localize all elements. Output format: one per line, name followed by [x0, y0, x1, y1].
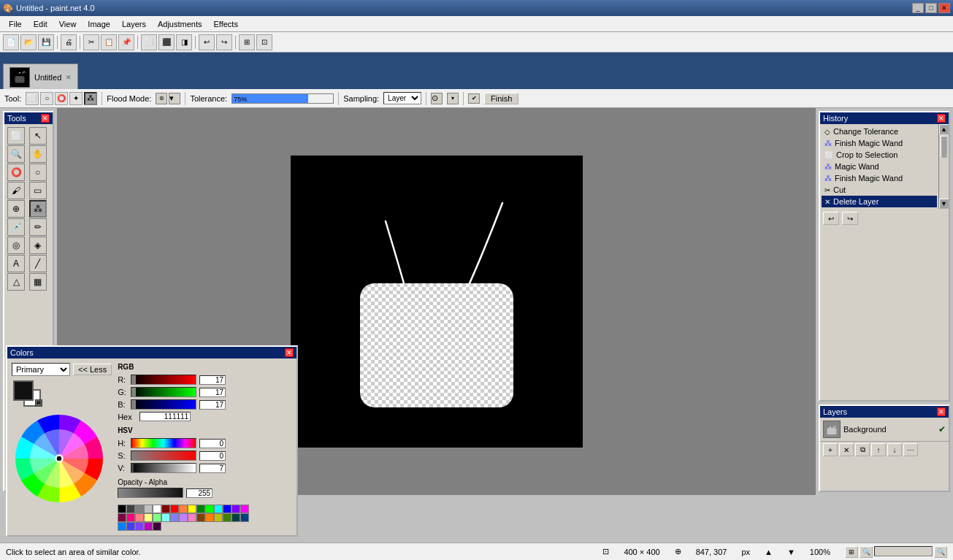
palette-color-swatch[interactable]	[223, 513, 231, 522]
flood-mode-btn[interactable]: ⊚	[156, 93, 167, 104]
menu-edit[interactable]: Edit	[28, 18, 53, 30]
palette-color-swatch[interactable]	[240, 505, 249, 513]
canvas-tab-active[interactable]: Untitled ✕	[3, 64, 78, 89]
save-button[interactable]: 💾	[38, 34, 54, 50]
palette-color-swatch[interactable]	[135, 513, 144, 522]
tool-pencil-btn[interactable]: ✏	[29, 218, 47, 236]
deselect-button[interactable]: ⬛	[158, 34, 175, 50]
palette-color-swatch[interactable]	[135, 522, 144, 531]
tool-clone-stamp-btn[interactable]: ◎	[7, 237, 25, 254]
history-item-finish-magic-wand-2[interactable]: ⁂ Finish Magic Wand	[822, 172, 937, 184]
g-slider[interactable]	[131, 387, 196, 397]
layer-down-btn[interactable]: ↓	[887, 443, 902, 456]
tool-recolor-btn[interactable]: ◈	[29, 237, 47, 254]
primary-swatch[interactable]	[13, 380, 34, 401]
maximize-button[interactable]: □	[925, 3, 937, 13]
palette-color-swatch[interactable]	[196, 505, 205, 513]
r-input[interactable]	[199, 375, 226, 385]
finish-button[interactable]: Finish	[484, 93, 518, 104]
palette-color-swatch[interactable]	[205, 513, 214, 522]
layer-delete-btn[interactable]: ✕	[839, 443, 854, 456]
h-input[interactable]	[199, 439, 226, 448]
s-slider[interactable]	[131, 450, 196, 461]
palette-color-swatch[interactable]	[126, 505, 135, 513]
layer-item-background[interactable]: Background ✔	[820, 418, 949, 441]
tool-move-btn[interactable]: ↖	[29, 127, 47, 145]
hex-input[interactable]	[139, 412, 191, 421]
unit-up-icon[interactable]: ▲	[765, 548, 773, 556]
palette-color-swatch[interactable]	[179, 513, 188, 522]
palette-color-swatch[interactable]	[144, 505, 153, 513]
global-dropdown[interactable]: ▾	[447, 93, 459, 104]
history-item-finish-magic-wand-1[interactable]: ⁂ Finish Magic Wand	[822, 137, 937, 149]
palette-color-swatch[interactable]	[170, 505, 179, 513]
v-input[interactable]	[199, 464, 226, 473]
menu-layers[interactable]: Layers	[116, 18, 152, 30]
tools-panel-close[interactable]: ✕	[41, 114, 50, 123]
tool-zoom-btn[interactable]: 🔍	[7, 145, 25, 163]
tool-text-btn[interactable]: A	[7, 255, 25, 272]
palette-color-swatch[interactable]	[196, 513, 205, 522]
tool-select-rect[interactable]: ⬜	[26, 92, 39, 105]
main-canvas[interactable]	[291, 156, 583, 448]
swap-colors-btn[interactable]: ⇄	[35, 399, 42, 407]
b-input[interactable]	[199, 400, 226, 410]
opacity-slider[interactable]	[118, 488, 183, 498]
paste-button[interactable]: 📌	[118, 34, 134, 50]
palette-color-swatch[interactable]	[153, 522, 161, 531]
layer-up-btn[interactable]: ↑	[871, 443, 886, 456]
colors-close[interactable]: ✕	[285, 348, 294, 357]
tool-color-picker-btn[interactable]: 💉	[7, 218, 25, 236]
palette-color-swatch[interactable]	[161, 513, 170, 522]
history-item-crop-selection[interactable]: ⬜ Crop to Selection	[822, 149, 937, 161]
redo-button[interactable]: ↪	[216, 34, 232, 50]
zoom-out-btn[interactable]: 🔍	[860, 546, 873, 558]
open-button[interactable]: 📂	[20, 34, 37, 50]
palette-color-swatch[interactable]	[188, 505, 196, 513]
scroll-track[interactable]	[939, 134, 949, 199]
history-item-magic-wand[interactable]: ⁂ Magic Wand	[822, 161, 937, 172]
palette-color-swatch[interactable]	[214, 513, 223, 522]
cut-button[interactable]: ✂	[83, 34, 99, 50]
palette-color-swatch[interactable]	[205, 505, 214, 513]
palette-color-swatch[interactable]	[118, 505, 126, 513]
history-redo-nav[interactable]: ↪	[842, 212, 858, 225]
palette-color-swatch[interactable]	[231, 505, 240, 513]
select-all-button[interactable]: ⬜	[141, 34, 157, 50]
tool-select-freeform[interactable]: ✦	[69, 92, 83, 105]
tool-magic-wand-active[interactable]: ⁂	[84, 92, 97, 105]
menu-image[interactable]: Image	[82, 18, 116, 30]
palette-color-swatch[interactable]	[144, 522, 153, 531]
palette-color-swatch[interactable]	[188, 513, 196, 522]
crop-button[interactable]: ⊞	[239, 34, 255, 50]
s-input[interactable]	[199, 451, 226, 461]
tool-shapes-btn[interactable]: △	[7, 273, 25, 291]
layer-visibility[interactable]: ✔	[938, 424, 946, 434]
menu-adjustments[interactable]: Adjustments	[152, 18, 208, 30]
palette-color-swatch[interactable]	[223, 505, 231, 513]
menu-view[interactable]: View	[53, 18, 83, 30]
tool-magic-wand-btn[interactable]: ⁂	[29, 200, 47, 218]
v-slider[interactable]	[131, 463, 196, 473]
palette-color-swatch[interactable]	[231, 513, 240, 522]
history-close[interactable]: ✕	[937, 114, 946, 123]
resize-button[interactable]: ⊡	[256, 34, 272, 50]
unit-down-icon[interactable]: ▼	[787, 548, 795, 556]
zoom-fit-btn[interactable]: ⊞	[845, 546, 858, 558]
palette-color-swatch[interactable]	[144, 513, 153, 522]
palette-color-swatch[interactable]	[179, 505, 188, 513]
history-scrollbar[interactable]: ▲ ▼	[938, 124, 949, 209]
layers-close[interactable]: ✕	[937, 407, 946, 416]
tool-select-lasso[interactable]: ⭕	[55, 92, 68, 105]
sampling-dropdown[interactable]: Layer Image	[383, 92, 421, 104]
tool-gradient-btn[interactable]: ▦	[29, 273, 47, 291]
tab-close-icon[interactable]: ✕	[66, 74, 72, 81]
minimize-button[interactable]: _	[912, 3, 924, 13]
tool-paintbrush-btn[interactable]: 🖌	[7, 182, 25, 199]
tool-paint-bucket-btn[interactable]: ⊕	[7, 200, 25, 218]
palette-color-swatch[interactable]	[161, 505, 170, 513]
global-checkbox[interactable]: ⊙	[431, 93, 443, 104]
g-input[interactable]	[199, 388, 226, 397]
tool-select-ellipse[interactable]: ○	[40, 92, 53, 105]
color-mode-dropdown[interactable]: Primary Secondary	[12, 363, 70, 376]
